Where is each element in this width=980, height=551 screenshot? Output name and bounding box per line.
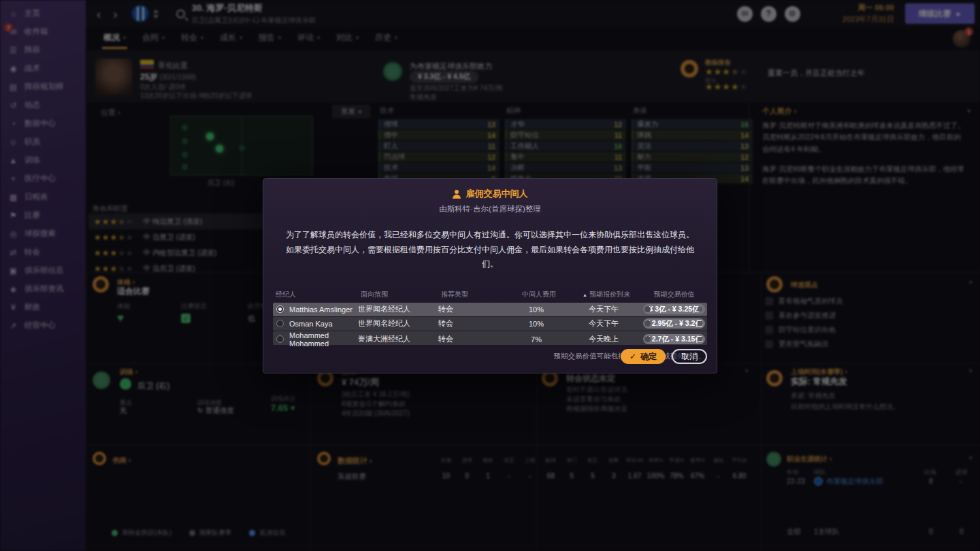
tab[interactable]: 转会 ▾ <box>173 27 212 50</box>
tab[interactable]: 对比 ▾ <box>328 27 367 50</box>
team-badge-icon <box>814 477 823 486</box>
sidebar-item-label: 主页 <box>24 8 40 18</box>
bonus-line: 6项奖金/1个解约条款 <box>342 399 406 409</box>
tab[interactable]: 成长 ▾ <box>212 27 250 50</box>
col-agent[interactable]: 经纪人 <box>276 290 361 299</box>
tab[interactable]: 概况 ▾ <box>95 27 134 50</box>
agent-scope: 誉满大洲经纪人 <box>358 334 438 344</box>
attribute-value: 12 <box>487 153 495 161</box>
radio-button[interactable] <box>276 305 284 313</box>
help-icon[interactable]: ? <box>761 6 777 22</box>
offer-arrival: 今天下午 <box>566 318 641 329</box>
collapse-icon[interactable]: ▾ <box>969 367 973 374</box>
settings-icon[interactable]: ⚙ <box>785 6 800 22</box>
sidebar-item-icon: ☺ <box>8 137 18 147</box>
cancel-button[interactable]: 取消 <box>672 349 707 364</box>
sidebar-item[interactable]: ⚑ 比赛 <box>0 206 86 224</box>
sidebar-item[interactable]: ↗ 经营中心 <box>0 316 86 335</box>
nav-back-icon[interactable]: ‹ <box>97 7 101 20</box>
radio-button[interactable] <box>276 320 284 327</box>
club-badge-icon[interactable] <box>131 5 149 22</box>
col-type[interactable]: 推荐类型 <box>441 290 509 299</box>
person-icon <box>453 190 461 199</box>
collapse-icon[interactable]: ▾ <box>745 367 749 374</box>
intermediary-row[interactable]: Osman Kaya 世界闻名经纪人 转会 10% 今天下午 ¥ 2.95亿 -… <box>273 317 707 331</box>
training-rating-value[interactable]: 7.65 ▾ <box>271 403 295 413</box>
position-dropdown[interactable]: 首发▾ <box>332 105 370 118</box>
sidebar-item[interactable]: ¥ 财政 <box>0 298 86 316</box>
caps-line: 0次入选/ 进0球 <box>140 82 186 92</box>
collapse-icon[interactable]: ▾ <box>967 107 970 114</box>
sidebar-item[interactable]: ◎ 球探搜索 <box>0 224 86 243</box>
hire-intermediary-dialog: 雇佣交易中间人 由斯科特·吉尔(首席球探)整理 为了了解球员的转会价值，我已经和… <box>263 178 717 373</box>
col-arrival[interactable]: ▲预期报价到来 <box>569 290 644 299</box>
prev-next-player-stepper[interactable] <box>153 10 159 18</box>
sidebar-item-label: 医疗中心 <box>24 173 56 184</box>
sidebar-item[interactable]: ◈ 俱乐部资讯 <box>0 280 86 298</box>
radio-button[interactable] <box>276 335 284 343</box>
expected-value-pill: ¥ 3亿 - ¥ 3.25亿 <box>643 304 705 314</box>
roles-list: ★★★★★ 中 纯边翼卫 (强攻) ★★★★★ 中 边翼卫 (进攻) ★★★★★… <box>88 214 270 276</box>
continue-button[interactable]: 继续比赛▸ <box>905 3 975 24</box>
role-row[interactable]: ★★★★★ 中 内收型边翼卫 (进攻) <box>88 245 270 261</box>
career-row-team[interactable]: 布莱顿足球俱乐部 <box>826 477 883 486</box>
attribute-value: 13 <box>487 120 495 129</box>
tab[interactable]: 历史 ▾ <box>367 27 406 50</box>
dialog-body-line1: 为了了解球员的转会价值，我已经和多位交易中间人有过沟通。你可以选择其中一位来协助… <box>284 228 696 243</box>
col-fee[interactable]: 中间人费用 <box>509 290 569 299</box>
sidebar-item[interactable]: ◉ 战术 <box>0 59 86 78</box>
role-row[interactable]: ★★★★★ 中 纯边翼卫 (强攻) <box>88 214 270 229</box>
stats-value: 0 <box>457 472 478 480</box>
attribute-name: 决断 <box>510 163 525 173</box>
col-value[interactable]: 预期交易价值 <box>644 290 704 299</box>
attribute-value: 14 <box>487 131 495 139</box>
fanview-panel-icon <box>766 276 783 293</box>
sidebar-item-icon: ⌂ <box>8 9 18 18</box>
fanview-item-label: 富有领袖气质的球员 <box>779 297 843 306</box>
sidebar-item[interactable]: ◔ 数据中心 <box>0 114 86 133</box>
sidebar-item[interactable]: 7 ✉ 收件箱 <box>0 22 86 41</box>
nav-forward-icon[interactable]: › <box>113 7 117 20</box>
sidebar-item-label: 经营中心 <box>24 320 56 331</box>
role-row[interactable]: ★★★★★ 中 边翼卫 (进攻) <box>88 229 270 245</box>
sidebar-item[interactable]: ↺ 动态 <box>0 96 86 114</box>
sidebar-item[interactable]: + 医疗中心 <box>0 169 86 188</box>
tab[interactable]: 评论 ▾ <box>289 27 328 50</box>
sidebar-item[interactable]: ⇄ 转会 <box>0 243 86 261</box>
intermediary-row[interactable]: Matthias Amslinger 世界闻名经纪人 转会 10% 今天下午 ¥… <box>273 303 707 316</box>
sidebar-item[interactable]: ☺ 职员 <box>0 133 86 151</box>
legend-item: 国家队赛事 <box>189 529 232 537</box>
role-row[interactable]: ★★★★★ 中 边后卫 (进攻) <box>88 261 270 276</box>
player-title: 30. 海罗-贝尼特斯 <box>192 2 316 14</box>
position-dot-primary <box>206 133 214 140</box>
sidebar-item[interactable]: ▦ 日程表 <box>0 188 86 206</box>
stats-value: - <box>498 472 519 480</box>
search-bar[interactable]: 30. 海罗-贝尼特斯 后卫(边翼卫)(右)(中-L)·布莱顿足球俱乐部 <box>176 2 734 25</box>
sidebar-item[interactable]: ▣ 俱乐部信息 <box>0 261 86 280</box>
collapse-icon[interactable]: ▾ <box>969 279 973 286</box>
sidebar-item[interactable]: ▤ 阵容规划师 <box>0 78 86 96</box>
legend-label: 有转会协议(本队) <box>122 529 172 537</box>
career-row-years: 22-23 <box>787 477 805 485</box>
mail-icon[interactable]: ✉ <box>737 6 753 22</box>
tab[interactable]: 报告 ▾ <box>250 27 289 50</box>
fanview-item: 喜欢参与进攻推进 <box>765 308 969 322</box>
player-age: 25岁 (30/1/1998) <box>140 71 196 83</box>
attribute-row: 爆发力 16 <box>632 119 753 129</box>
tab-label: 评论 <box>297 32 314 44</box>
stats-value: 5 <box>583 472 604 480</box>
attribute-value: 14 <box>740 175 749 183</box>
transfer-lines: 暂时不愿出售该球员未设置要价与条款将根据报价再做决定 <box>566 385 627 414</box>
collapse-icon[interactable]: ▾ <box>969 454 973 461</box>
profile-text: 海罗·贝尼特斯对于南美洲和欧洲的球迷来说真是再熟悉不过了。贝尼特斯从2022年8… <box>762 120 968 187</box>
col-scope[interactable]: 面向范围 <box>361 290 441 299</box>
intermediary-row[interactable]: Mohammed Mohammed 誉满大洲经纪人 转会 7% 今天晚上 ¥ 2… <box>273 331 707 345</box>
tab[interactable]: 合同 ▾ <box>134 27 173 50</box>
sidebar-item[interactable]: ☰ 阵容 <box>0 41 86 59</box>
sidebar-item[interactable]: ⌂ 主页 <box>0 4 86 22</box>
confirm-button[interactable]: ✓ 确定 <box>621 349 666 364</box>
attribute-value: 16 <box>614 142 622 150</box>
manager-avatar[interactable]: 1 <box>953 30 970 48</box>
sidebar-item[interactable]: ▲ 训练 <box>0 151 86 169</box>
sidebar-item-icon: ◎ <box>8 229 18 239</box>
